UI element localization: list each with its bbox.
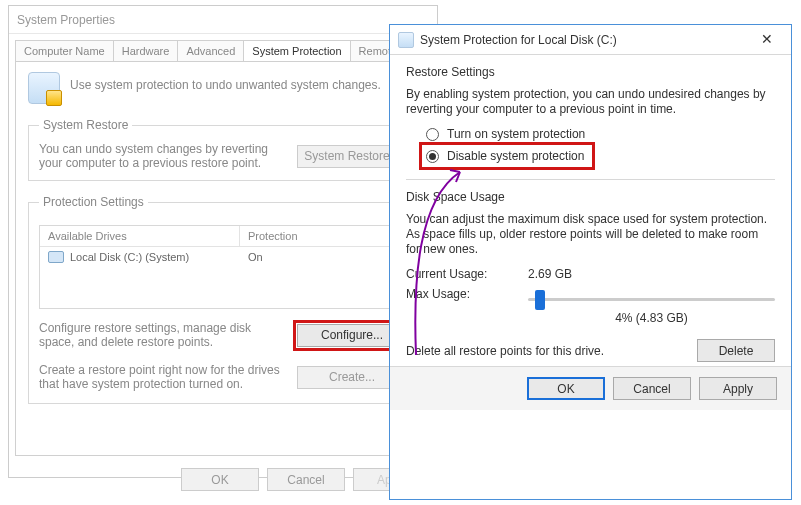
protection-settings-legend: Protection Settings [39, 195, 148, 209]
tab-system-protection[interactable]: System Protection [243, 40, 350, 61]
system-restore-legend: System Restore [39, 118, 132, 132]
max-usage-value: 4% (4.83 GB) [528, 311, 775, 325]
delete-text: Delete all restore points for this drive… [406, 344, 685, 358]
protection-settings-group: Protection Settings Available Drives Pro… [28, 195, 418, 404]
col-protection: Protection [240, 226, 306, 246]
max-usage-slider[interactable] [528, 289, 775, 309]
tab-advanced[interactable]: Advanced [177, 40, 244, 61]
divider [406, 179, 775, 180]
disk-usage-heading: Disk Space Usage [406, 190, 775, 204]
delete-button[interactable]: Delete [697, 339, 775, 362]
col-available-drives: Available Drives [40, 226, 240, 246]
restore-settings-desc: By enabling system protection, you can u… [406, 87, 775, 117]
system-properties-window: System Properties Computer Name Hardware… [8, 5, 438, 478]
slider-thumb-icon[interactable] [535, 290, 545, 310]
drive-icon [398, 32, 414, 48]
ok-button[interactable]: OK [181, 468, 259, 491]
drives-table: Available Drives Protection Local Disk (… [39, 225, 407, 309]
drive-status: On [240, 247, 271, 267]
table-row[interactable]: Local Disk (C:) (System) On [40, 247, 406, 267]
current-usage-value: 2.69 GB [528, 267, 572, 281]
tab-body: Use system protection to undo unwanted s… [15, 61, 431, 456]
tabs: Computer Name Hardware Advanced System P… [9, 34, 437, 61]
system-restore-text: You can undo system changes by reverting… [39, 142, 289, 170]
radio-icon [426, 128, 439, 141]
cancel-button[interactable]: Cancel [267, 468, 345, 491]
dialog-buttons: OK Cancel Apply [390, 366, 791, 410]
max-usage-label: Max Usage: [406, 287, 516, 301]
intro-text: Use system protection to undo unwanted s… [70, 72, 381, 92]
radio-disable[interactable]: Disable system protection [424, 147, 590, 165]
radio-turn-on-label: Turn on system protection [447, 127, 585, 141]
system-restore-group: System Restore You can undo system chang… [28, 118, 418, 181]
radio-disable-label: Disable system protection [447, 149, 584, 163]
system-protection-dialog: System Protection for Local Disk (C:) ✕ … [389, 24, 792, 500]
ok-button[interactable]: OK [527, 377, 605, 400]
configure-text: Configure restore settings, manage disk … [39, 321, 289, 349]
close-button[interactable]: ✕ [749, 29, 785, 51]
shield-icon [28, 72, 60, 104]
window-title: System Properties [9, 6, 437, 34]
tab-hardware[interactable]: Hardware [113, 40, 179, 61]
create-text: Create a restore point right now for the… [39, 363, 289, 391]
drive-name: Local Disk (C:) (System) [70, 251, 189, 263]
disk-usage-desc: You can adjust the maximum disk space us… [406, 212, 775, 257]
dialog-title: System Protection for Local Disk (C:) [420, 33, 617, 47]
restore-settings-heading: Restore Settings [406, 65, 775, 79]
drive-icon [48, 251, 64, 263]
current-usage-label: Current Usage: [406, 267, 516, 281]
radio-turn-on[interactable]: Turn on system protection [426, 127, 775, 141]
tab-computer-name[interactable]: Computer Name [15, 40, 114, 61]
cancel-button[interactable]: Cancel [613, 377, 691, 400]
dialog-buttons: OK Cancel Apply [9, 462, 437, 497]
apply-button[interactable]: Apply [699, 377, 777, 400]
radio-icon [426, 150, 439, 163]
